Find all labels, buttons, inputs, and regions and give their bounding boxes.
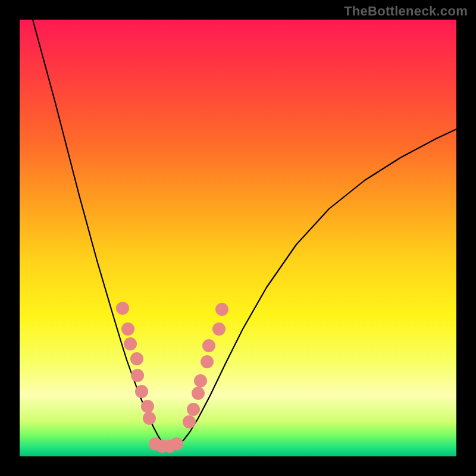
data-marker <box>215 303 228 316</box>
data-marker <box>202 339 215 352</box>
plot-area <box>20 20 456 456</box>
data-marker <box>135 385 148 398</box>
data-marker <box>170 437 183 450</box>
data-marker <box>143 412 156 425</box>
data-marker <box>212 322 226 336</box>
data-marker <box>187 403 200 416</box>
data-marker <box>149 437 162 450</box>
data-marker <box>121 322 134 336</box>
data-marker <box>194 374 207 387</box>
data-marker <box>156 440 169 453</box>
data-marker <box>183 415 196 428</box>
data-marker <box>192 387 205 400</box>
data-marker <box>131 369 144 382</box>
chart-svg <box>20 20 456 456</box>
watermark-text: TheBottleneck.com <box>344 4 468 19</box>
data-marker <box>124 337 137 350</box>
data-marker <box>130 352 143 365</box>
data-marker <box>163 440 176 453</box>
curve-line <box>33 20 456 446</box>
chart-frame: TheBottleneck.com <box>0 0 476 476</box>
data-marker <box>141 400 154 413</box>
data-marker <box>116 302 129 315</box>
data-markers <box>116 302 228 453</box>
curve-path <box>33 20 456 446</box>
data-marker <box>201 355 214 368</box>
